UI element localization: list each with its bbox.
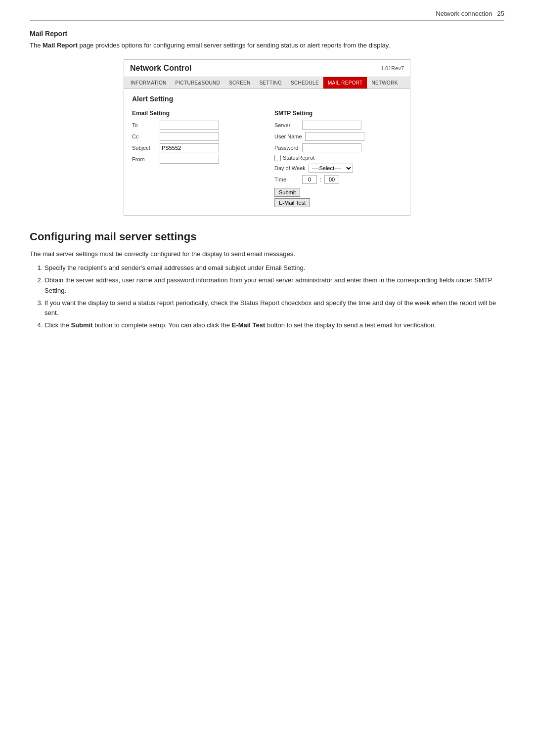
step-2: Obtain the server address, user name and…	[44, 275, 504, 296]
password-label: Password	[274, 145, 299, 151]
mail-report-title: Mail Report	[30, 30, 504, 38]
to-label: To	[132, 122, 157, 128]
day-of-week-label: Day of Week	[274, 165, 306, 171]
day-of-week-row: Day of Week ----Select---- Monday Tuesda…	[274, 164, 402, 173]
username-field-row: User Name	[274, 132, 402, 141]
email-setting-title: Email Setting	[132, 110, 260, 117]
section-name: Network connection	[436, 10, 492, 17]
tab-screen[interactable]: SCREEN	[224, 77, 255, 89]
desc-bold: Mail Report	[43, 42, 78, 49]
time-hour-input[interactable]	[302, 175, 317, 184]
tab-information[interactable]: INFORMATION	[126, 77, 171, 89]
status-report-label: StatusReprot	[283, 155, 314, 161]
server-field-row: Server	[274, 121, 402, 130]
submit-button[interactable]: Submit	[274, 188, 300, 197]
page-number: 25	[497, 10, 504, 17]
username-label: User Name	[274, 133, 302, 139]
tab-picture-sound[interactable]: PICTURE&SOUND	[171, 77, 225, 89]
alert-setting-title: Alert Setting	[132, 95, 402, 103]
time-row: Time :	[274, 175, 402, 184]
from-label: From	[132, 156, 157, 162]
tab-setting[interactable]: SETTING	[255, 77, 286, 89]
page-header: Network connection 25	[30, 10, 504, 21]
desc-rest: page provides options for configuring em…	[78, 42, 390, 49]
from-field-row: From	[132, 155, 260, 164]
nav-tabs: INFORMATION PICTURE&SOUND SCREEN SETTING…	[124, 77, 410, 89]
configuring-intro: The mail server settings must be correct…	[30, 249, 504, 260]
panel-title-bar: Network Control 1.01Rev7	[124, 60, 410, 77]
panel-version: 1.01Rev7	[381, 65, 404, 71]
action-buttons: Submit E-Mail Test	[274, 188, 402, 207]
cc-input[interactable]	[160, 132, 219, 141]
configuring-title: Configuring mail server settings	[30, 230, 504, 243]
username-input[interactable]	[305, 132, 364, 141]
tab-mail-report[interactable]: MAIL REPORT	[323, 77, 367, 89]
subject-field-row: Subject	[132, 143, 260, 152]
step-4: Click the Submit button to complete setu…	[44, 320, 504, 331]
to-field-row: To	[132, 121, 260, 130]
cc-field-row: Cc	[132, 132, 260, 141]
desc-plain: The	[30, 42, 43, 49]
email-test-button[interactable]: E-Mail Test	[274, 198, 310, 207]
step-1: Specify the recipient's and sender's ema…	[44, 263, 504, 273]
day-of-week-select[interactable]: ----Select---- Monday Tuesday Wednesday …	[309, 164, 353, 173]
step-3: If you want the display to send a status…	[44, 298, 504, 319]
status-report-checkbox[interactable]	[274, 155, 281, 161]
smtp-setting-title: SMTP Setting	[274, 110, 402, 117]
email-test-bold: E-Mail Test	[232, 321, 266, 329]
panel-title: Network Control	[130, 64, 191, 73]
server-label: Server	[274, 122, 299, 128]
panel-content: Alert Setting Email Setting To Cc Subjec…	[124, 89, 410, 215]
mail-report-description: The Mail Report page provides options fo…	[30, 41, 504, 50]
subject-input[interactable]	[160, 143, 219, 152]
tab-network[interactable]: NETWORK	[367, 77, 402, 89]
from-input[interactable]	[160, 155, 219, 164]
smtp-setting: SMTP Setting Server User Name Password S…	[274, 110, 402, 207]
email-setting: Email Setting To Cc Subject From	[132, 110, 260, 207]
subject-label: Subject	[132, 145, 157, 151]
steps-list: Specify the recipient's and sender's ema…	[44, 263, 504, 331]
password-field-row: Password	[274, 143, 402, 152]
tab-schedule[interactable]: SCHEDULE	[286, 77, 323, 89]
time-label: Time	[274, 177, 299, 182]
server-input[interactable]	[302, 121, 361, 130]
time-minute-input[interactable]	[324, 175, 339, 184]
status-report-row: StatusReprot	[274, 155, 402, 161]
network-control-panel: Network Control 1.01Rev7 INFORMATION PIC…	[124, 59, 410, 216]
cc-label: Cc	[132, 133, 157, 139]
password-input[interactable]	[302, 143, 361, 152]
submit-bold: Submit	[71, 321, 92, 329]
to-input[interactable]	[160, 121, 219, 130]
settings-row: Email Setting To Cc Subject From	[132, 110, 402, 207]
time-separator: :	[320, 177, 321, 182]
